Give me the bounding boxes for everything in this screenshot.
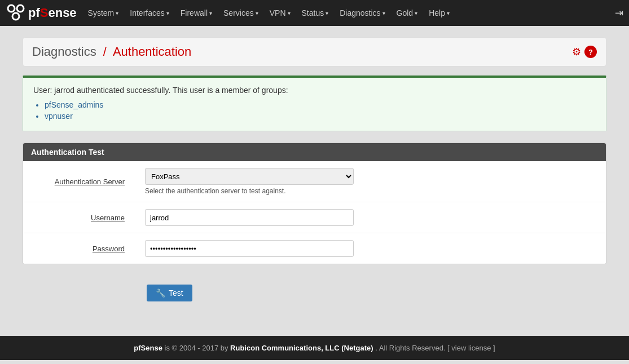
nav-menu: System▾ Interfaces▾ Firewall▾ Services▾ … — [82, 0, 615, 26]
server-hint: Select the authentication server to test… — [145, 187, 597, 195]
username-field-label: Username — [91, 214, 125, 222]
password-input[interactable] — [145, 240, 354, 257]
nav-item-system[interactable]: System▾ — [82, 0, 125, 26]
footer-company: Rubicon Communications, LLC (Netgate) — [230, 344, 373, 352]
nav-item-status[interactable]: Status▾ — [296, 0, 335, 26]
breadcrumb-parent: Diagnostics — [32, 45, 96, 59]
caret-icon: ▾ — [447, 10, 450, 16]
password-field-label: Password — [93, 245, 125, 253]
username-input[interactable] — [145, 209, 354, 226]
caret-icon: ▾ — [116, 10, 118, 16]
groups-list: pfSense_admins vpnuser — [45, 100, 596, 121]
brand-highlight: S — [40, 6, 49, 20]
test-button-label: Test — [169, 288, 183, 298]
brand-name: pfSense — [28, 6, 77, 20]
username-input-cell — [136, 202, 606, 233]
authentication-server-select[interactable]: FoxPassLocal Database — [145, 168, 354, 185]
brand-logo-area: pfSense — [6, 3, 77, 23]
caret-icon: ▾ — [209, 10, 212, 16]
table-row-server: Authentication Server FoxPassLocal Datab… — [23, 161, 606, 202]
page-header: Diagnostics / Authentication ⚙ ? — [23, 37, 606, 66]
nav-item-gold[interactable]: Gold▾ — [391, 0, 424, 26]
success-alert: User: jarrod authenticated successfully.… — [23, 76, 606, 131]
footer-text3: ] — [493, 344, 495, 352]
navbar: pfSense System▾ Interfaces▾ Firewall▾ Se… — [0, 0, 629, 26]
server-label-cell: Authentication Server — [23, 161, 136, 202]
logout-icon[interactable]: ⇥ — [615, 7, 623, 19]
caret-icon: ▾ — [166, 10, 169, 16]
password-input-cell — [136, 233, 606, 264]
nav-item-interfaces[interactable]: Interfaces▾ — [124, 0, 174, 26]
table-row-username: Username — [23, 202, 606, 233]
footer-brand: pfSense — [134, 344, 162, 352]
svg-point-0 — [8, 5, 15, 12]
username-label-cell: Username — [23, 202, 136, 233]
breadcrumb-current: Authentication — [113, 45, 191, 59]
caret-icon: ▾ — [288, 10, 291, 16]
nav-item-services[interactable]: Services▾ — [218, 0, 264, 26]
nav-item-help[interactable]: Help▾ — [423, 0, 455, 26]
view-license-link[interactable]: view license — [451, 344, 491, 352]
form-table: Authentication Server FoxPassLocal Datab… — [23, 161, 606, 264]
page-header-icons: ⚙ ? — [572, 46, 597, 58]
wrench-icon: 🔧 — [156, 288, 165, 298]
alert-message: User: jarrod authenticated successfully.… — [33, 86, 288, 95]
filter-icon[interactable]: ⚙ — [572, 46, 581, 58]
breadcrumb: Diagnostics / Authentication — [32, 45, 191, 59]
server-field-label: Authentication Server — [55, 177, 125, 186]
nav-item-vpn[interactable]: VPN▾ — [264, 0, 296, 26]
list-item: vpnuser — [45, 112, 596, 121]
server-input-cell: FoxPassLocal Database Select the authent… — [136, 161, 606, 202]
nav-item-diagnostics[interactable]: Diagnostics▾ — [334, 0, 390, 26]
help-icon[interactable]: ? — [584, 46, 597, 58]
caret-icon: ▾ — [415, 10, 417, 16]
authentication-test-panel: Authentication Test Authentication Serve… — [23, 143, 606, 264]
svg-point-2 — [12, 13, 19, 20]
svg-point-1 — [17, 5, 24, 12]
button-area: 🔧 Test — [23, 276, 606, 306]
password-label-cell: Password — [23, 233, 136, 264]
footer: pfSense is © 2004 - 2017 by Rubicon Comm… — [0, 336, 629, 360]
caret-icon: ▾ — [256, 10, 258, 16]
list-item: pfSense_admins — [45, 100, 596, 109]
caret-icon: ▾ — [326, 10, 328, 16]
main-content: Diagnostics / Authentication ⚙ ? User: j… — [0, 26, 629, 336]
pfsense-logo-icon — [6, 3, 26, 23]
nav-item-firewall[interactable]: Firewall▾ — [175, 0, 218, 26]
test-button[interactable]: 🔧 Test — [147, 285, 192, 301]
breadcrumb-separator: / — [103, 45, 107, 59]
panel-heading: Authentication Test — [23, 143, 606, 161]
footer-text2: . All Rights Reserved. [ — [375, 344, 450, 352]
table-row-password: Password — [23, 233, 606, 264]
panel-body: Authentication Server FoxPassLocal Datab… — [23, 161, 606, 264]
caret-icon: ▾ — [382, 10, 385, 16]
nav-right-area: ⇥ — [615, 7, 623, 19]
footer-text1: is © 2004 - 2017 by — [165, 344, 231, 352]
